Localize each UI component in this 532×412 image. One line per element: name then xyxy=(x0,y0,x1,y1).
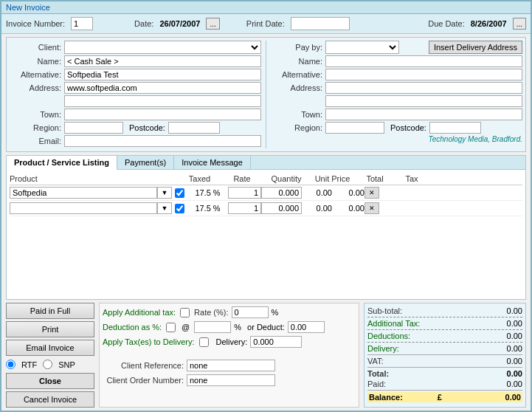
totals-panel: Sub-total: 0.00 Additional Tax: 0.00 Ded… xyxy=(364,303,526,408)
taxed-checkbox-2[interactable] xyxy=(175,204,184,213)
deductions-label: Deductions: xyxy=(367,332,410,340)
name-label-right: Name: xyxy=(271,57,322,66)
additional-tax-total-label: Additional Tax: xyxy=(367,319,420,328)
rate-pct-input[interactable] xyxy=(232,306,269,318)
unit-price-input-2[interactable] xyxy=(261,202,302,214)
invoice-number-input[interactable] xyxy=(71,17,93,30)
client-label: Client: xyxy=(10,43,61,52)
snp-label: SNP xyxy=(58,360,75,369)
address-input2-left[interactable] xyxy=(64,95,261,107)
product-dropdown-2[interactable]: ▼ xyxy=(157,202,172,214)
postcode-input-right[interactable] xyxy=(429,122,481,134)
address-input-left[interactable] xyxy=(64,82,261,94)
invoice-number-label: Invoice Number: xyxy=(6,19,65,28)
balance-row: Balance: £ 0.00 xyxy=(367,392,522,402)
product-dropdown-1[interactable]: ▼ xyxy=(157,187,172,199)
region-input-right[interactable] xyxy=(325,122,384,134)
town-label-right: Town: xyxy=(271,110,322,119)
tab-product-service[interactable]: Product / Service Listing xyxy=(7,156,117,170)
additional-tax-total-value: 0.00 xyxy=(478,319,522,328)
separator-2 xyxy=(367,329,522,330)
header-taxed: Taxed xyxy=(179,174,220,183)
header-product: Product xyxy=(10,174,179,183)
deduction-pct-input[interactable] xyxy=(194,321,231,333)
paid-in-full-button[interactable]: Paid in Full xyxy=(6,303,94,319)
postcode-label-left: Postcode: xyxy=(129,123,165,132)
region-input-left[interactable] xyxy=(64,122,123,134)
client-dropdown[interactable] xyxy=(64,41,261,54)
alternative-label-right: Alternative: xyxy=(271,70,322,79)
tab-invoice-message[interactable]: Invoice Message xyxy=(174,156,251,169)
client-right: Pay by: Insert Delivery Address Name: Al… xyxy=(266,41,522,148)
product-input-1[interactable] xyxy=(10,187,157,199)
vat-label: VAT: xyxy=(367,357,384,365)
email-invoice-button[interactable]: Email Invoice xyxy=(6,340,94,356)
deduction-checkbox[interactable] xyxy=(166,323,176,332)
deduction-label: Deduction as %: xyxy=(103,323,162,332)
region-row-left: Region: Postcode: xyxy=(10,122,261,134)
date-picker-button[interactable]: ... xyxy=(206,18,219,30)
close-button[interactable]: Close xyxy=(6,373,94,389)
bottom-section: Paid in Full Print Email Invoice RTF SNP… xyxy=(6,303,526,408)
address-row2-right xyxy=(271,95,522,107)
delivery-total-value: 0.00 xyxy=(478,344,522,353)
or-deduct-label: or Deduct: xyxy=(247,323,285,332)
additional-tax-total-row: Additional Tax: 0.00 xyxy=(367,319,522,328)
paid-value: 0.00 xyxy=(478,380,522,388)
name-input-right[interactable] xyxy=(325,55,522,67)
paid-row: Paid: 0.00 xyxy=(367,380,522,388)
name-row-left: Name: xyxy=(10,55,261,67)
alternative-input-left[interactable] xyxy=(64,69,261,80)
address-row-left: Address: xyxy=(10,82,261,94)
delivery-input[interactable] xyxy=(250,336,302,348)
rate-pct-label: Rate (%): xyxy=(194,308,228,317)
town-input-left[interactable] xyxy=(64,109,261,120)
quantity-input-1[interactable] xyxy=(228,187,261,199)
separator-4 xyxy=(367,354,522,355)
rtf-radio[interactable] xyxy=(6,360,15,369)
quantity-input-2[interactable] xyxy=(228,202,261,214)
or-deduct-input[interactable] xyxy=(288,321,325,333)
pct-sign: % xyxy=(272,308,279,317)
print-button[interactable]: Print xyxy=(6,321,94,337)
client-order-input[interactable] xyxy=(187,374,275,386)
address-label-left: Address: xyxy=(10,83,61,92)
rate-value-2: 17.5 % xyxy=(187,204,228,213)
client-ref-input[interactable] xyxy=(187,360,275,371)
unit-price-input-1[interactable] xyxy=(261,187,302,199)
total-value: 0.00 xyxy=(478,369,522,378)
taxed-checkbox-1[interactable] xyxy=(175,188,184,198)
delete-row-btn-2[interactable]: ✕ xyxy=(365,202,379,214)
snp-radio[interactable] xyxy=(43,360,52,369)
separator-6 xyxy=(367,390,522,391)
tax-value-1: 0.00 xyxy=(335,188,365,197)
client-left: Client: Name: Alternative: Address: xyxy=(10,41,261,148)
additional-options-form: Apply Additional tax: Rate (%): % Deduct… xyxy=(99,303,359,408)
main-content: Client: Name: Alternative: Address: xyxy=(1,34,531,411)
due-date-picker-button[interactable]: ... xyxy=(513,18,526,30)
email-input-left[interactable] xyxy=(64,135,261,147)
apply-tax-delivery-checkbox[interactable] xyxy=(199,337,209,347)
header-quantity: Quantity xyxy=(264,174,308,183)
print-date-input[interactable] xyxy=(291,17,350,30)
at-label: @ xyxy=(182,323,190,332)
product-input-2[interactable] xyxy=(10,202,157,214)
address-input2-right[interactable] xyxy=(325,95,522,107)
deduction-row: Deduction as %: @ % or Deduct: xyxy=(103,321,356,333)
address-input-right[interactable] xyxy=(325,82,522,94)
alternative-input-right[interactable] xyxy=(325,69,522,80)
email-row-left: Email: xyxy=(10,135,261,147)
insert-delivery-btn[interactable]: Insert Delivery Address xyxy=(429,41,522,54)
apply-tax-delivery-row: Apply Tax(es) to Delivery: Delivery: xyxy=(103,336,356,348)
payby-dropdown[interactable] xyxy=(325,41,399,54)
location-text: Technology Media, Bradford. xyxy=(271,135,522,143)
delete-row-btn-1[interactable]: ✕ xyxy=(365,187,379,199)
postcode-input-left[interactable] xyxy=(168,122,220,134)
alternative-label-left: Alternative: xyxy=(10,70,61,79)
town-input-right[interactable] xyxy=(325,109,522,120)
additional-tax-checkbox[interactable] xyxy=(180,308,190,317)
tab-payments[interactable]: Payment(s) xyxy=(117,156,174,169)
separator-1 xyxy=(367,317,522,317)
name-input-left[interactable] xyxy=(64,55,261,67)
cancel-invoice-button[interactable]: Cancel Invoice xyxy=(6,391,94,408)
